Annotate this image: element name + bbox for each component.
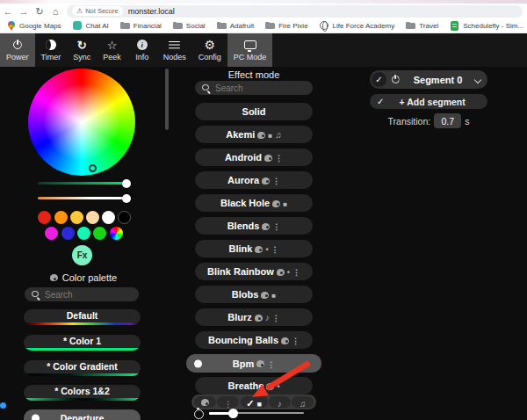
fx-button[interactable]: Fx [72, 245, 92, 265]
swatch-springgreen[interactable] [77, 227, 90, 240]
doc-icon [450, 21, 459, 31]
browser-toolbar: ← → ↻ ⌂ ⚠ Not Secure monster.local [0, 4, 527, 18]
nav-info-button[interactable]: Info [127, 33, 157, 67]
bookmark-adafruit[interactable]: Adafruit [217, 21, 255, 31]
sync-icon [77, 39, 87, 51]
palette-gradient-preview [24, 398, 141, 402]
effect-breathe[interactable]: Breathe [195, 377, 313, 395]
effect-android[interactable]: Android [195, 148, 313, 166]
security-badge-label: Not Secure [85, 7, 119, 15]
check-icon: ✓ [377, 98, 384, 106]
effect-speed-knob[interactable] [228, 409, 238, 418]
swatch-rainbow[interactable] [110, 227, 123, 240]
segment-select-checkbox[interactable]: ✓ [372, 72, 386, 87]
bookmark-chat-ai[interactable]: Chat AI [73, 21, 109, 31]
segment-power-icon[interactable] [390, 75, 401, 85]
bookmark-schedulefly[interactable]: Schedulefly - Sim... [450, 21, 523, 31]
effect-akemi[interactable]: Akemi [195, 126, 313, 143]
swatch-peach[interactable] [86, 211, 99, 224]
effect-blobs[interactable]: Blobs [195, 286, 313, 303]
palette-item-departure[interactable]: Departure [24, 409, 141, 420]
effect-blurz[interactable]: Blurz [195, 308, 313, 326]
url-text: monster.local [128, 7, 175, 16]
bookmark-google-maps[interactable]: Google Maps [6, 21, 61, 31]
selected-radio-dot [32, 415, 40, 420]
folder-icon [406, 21, 415, 31]
list-icon [169, 40, 180, 49]
nav-timer-button[interactable]: Timer [35, 33, 68, 67]
swatch-white[interactable] [102, 211, 115, 224]
swatch-black[interactable] [118, 211, 131, 224]
swatch-magenta[interactable] [45, 227, 58, 240]
add-segment-button[interactable]: ✓ + Add segment [370, 94, 487, 109]
effect-mode-header: Effect mode [184, 69, 323, 80]
nav-power-button[interactable]: Power [0, 33, 35, 67]
gear-icon [204, 39, 215, 51]
swatch-amber[interactable] [70, 211, 83, 224]
folder-icon [217, 21, 227, 31]
browser-chrome: ← → ↻ ⌂ ⚠ Not Secure monster.local Googl… [0, 0, 527, 33]
forward-icon[interactable]: → [16, 5, 32, 18]
url-bar[interactable]: ⚠ Not Secure monster.local [67, 5, 523, 18]
effect-blends[interactable]: Blends [195, 217, 313, 235]
bookmark-financial[interactable]: Financial [120, 21, 162, 31]
segment-0-bar[interactable]: ✓ Segment 0 [370, 70, 487, 89]
nav-peek-button[interactable]: Peek [97, 33, 127, 67]
palette-search-input[interactable] [45, 290, 124, 300]
power-icon [11, 40, 23, 51]
swatch-orange[interactable] [54, 211, 68, 224]
effect-bpm-selected[interactable]: Bpm [186, 354, 321, 373]
color-wheel-selector[interactable] [89, 164, 97, 172]
chevron-down-icon[interactable] [474, 76, 481, 83]
effect-speed-row [193, 407, 316, 419]
nav-pcmode-button[interactable]: PC Mode [227, 33, 273, 67]
swatch-red[interactable] [38, 211, 51, 224]
nav-config-button[interactable]: Config [192, 33, 227, 67]
back-icon[interactable]: ← [0, 5, 16, 18]
app-icon [73, 21, 83, 31]
wled-top-nav: Power Timer Sync Peek Info Nodes Config … [0, 33, 527, 67]
segment-name: Segment 0 [401, 75, 475, 85]
effect-search[interactable] [195, 81, 313, 95]
palette-item-color1[interactable]: * Color 1 [24, 335, 141, 351]
effect-solid[interactable]: Solid [195, 103, 313, 120]
security-badge[interactable]: ⚠ Not Secure [72, 6, 123, 16]
palette-search[interactable] [25, 287, 139, 301]
bookmark-travel[interactable]: Travel [406, 21, 438, 31]
saturation-slider-knob[interactable] [122, 179, 131, 188]
palette-item-default[interactable]: Default [24, 309, 141, 325]
left-panel-scrollbar[interactable] [165, 69, 169, 130]
palette-item-color-gradient[interactable]: * Color Gradient [24, 360, 141, 376]
effect-speed-slider[interactable] [209, 412, 304, 414]
swatch-blue[interactable] [61, 227, 75, 240]
saturation-slider[interactable] [38, 182, 126, 185]
warning-icon: ⚠ [76, 7, 83, 15]
transition-value-input[interactable]: 0.7 [434, 113, 461, 128]
star-icon [107, 39, 118, 51]
nav-nodes-button[interactable]: Nodes [157, 33, 192, 67]
transition-unit: s [465, 116, 469, 127]
moon-icon [46, 40, 56, 50]
effect-bouncing-balls[interactable]: Bouncing Balls [195, 331, 313, 349]
palette-gradient-preview [24, 322, 141, 326]
bookmark-life-force-academy[interactable]: Life Force Academy [320, 21, 395, 31]
home-icon[interactable]: ⌂ [47, 5, 63, 18]
effect-search-input[interactable] [215, 83, 294, 93]
effect-blink-rainbow[interactable]: Blink Rainbow [195, 263, 313, 280]
white-slider-knob[interactable] [122, 194, 131, 203]
effect-aurora[interactable]: Aurora [195, 171, 313, 189]
transition-label: Transition: [388, 116, 431, 127]
reload-icon[interactable]: ↻ [32, 5, 47, 18]
effect-black-hole[interactable]: Black Hole [195, 194, 313, 212]
color-wheel[interactable] [28, 69, 135, 176]
white-slider[interactable] [38, 197, 126, 199]
nav-sync-button[interactable]: Sync [67, 33, 97, 67]
effect-blink[interactable]: Blink [195, 240, 313, 257]
palette-icon [50, 274, 58, 281]
swatch-green[interactable] [93, 227, 106, 240]
palette-item-colors-1and2[interactable]: * Colors 1&2 [24, 385, 141, 401]
folder-icon [120, 21, 130, 31]
bookmark-fire-pixie[interactable]: Fire Pixie [265, 21, 307, 31]
info-icon [137, 40, 148, 50]
bookmark-social[interactable]: Social [173, 21, 206, 31]
